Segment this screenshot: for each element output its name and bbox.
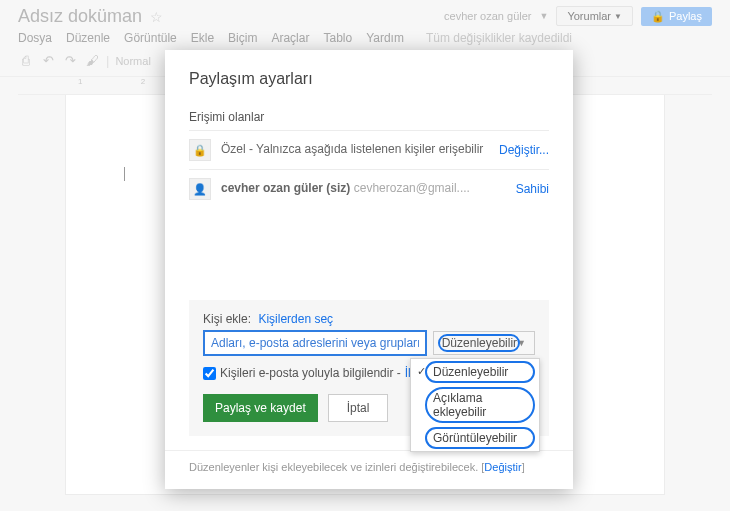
visibility-text: Özel - Yalnızca aşağıda listelenen kişil…: [221, 142, 491, 158]
access-header: Erişimi olanlar: [189, 110, 549, 124]
visibility-row: 🔒 Özel - Yalnızca aşağıda listelenen kiş…: [189, 130, 549, 169]
add-people-box: Kişi ekle: Kişilerden seç Düzenleyebilir…: [189, 300, 549, 436]
perm-option-view[interactable]: Görüntüleyebilir: [411, 425, 539, 451]
perm-option-edit[interactable]: ✓ Düzenleyebilir: [411, 359, 539, 385]
perm-option-comment[interactable]: Açıklama ekleyebilir: [411, 385, 539, 425]
notify-label: Kişileri e-posta yoluyla bilgilendir -: [220, 366, 401, 380]
modal-overlay: Paylaşım ayarları Erişimi olanlar 🔒 Özel…: [0, 0, 730, 511]
change-visibility-link[interactable]: Değiştir...: [499, 143, 549, 157]
lock-icon: 🔒: [189, 139, 211, 161]
sharing-dialog: Paylaşım ayarları Erişimi olanlar 🔒 Özel…: [165, 50, 573, 489]
notify-checkbox[interactable]: [203, 367, 216, 380]
select-people-link[interactable]: Kişilerden seç: [258, 312, 333, 326]
owner-role: Sahibi: [516, 182, 549, 196]
chevron-down-icon: ▼: [517, 338, 526, 348]
dialog-footer: Düzenleyenler kişi ekleyebilecek ve izin…: [165, 450, 573, 489]
share-save-button[interactable]: Paylaş ve kaydet: [203, 394, 318, 422]
add-people-input[interactable]: [203, 330, 427, 356]
add-people-label: Kişi ekle:: [203, 312, 251, 326]
footer-change-link[interactable]: Değiştir: [484, 461, 521, 473]
owner-name: cevher ozan güler (siz): [221, 181, 350, 195]
permission-dropdown: ✓ Düzenleyebilir Açıklama ekleyebilir Gö…: [410, 358, 540, 452]
owner-email: cevherozan@gmail....: [354, 181, 470, 195]
cancel-button[interactable]: İptal: [328, 394, 389, 422]
owner-row: 👤 cevher ozan güler (siz) cevherozan@gma…: [189, 169, 549, 208]
dialog-title: Paylaşım ayarları: [189, 70, 549, 88]
check-icon: ✓: [417, 365, 426, 378]
person-icon: 👤: [189, 178, 211, 200]
permission-dropdown-button[interactable]: Düzenleyebilir▼ ✓ Düzenleyebilir Açıklam…: [433, 331, 535, 355]
